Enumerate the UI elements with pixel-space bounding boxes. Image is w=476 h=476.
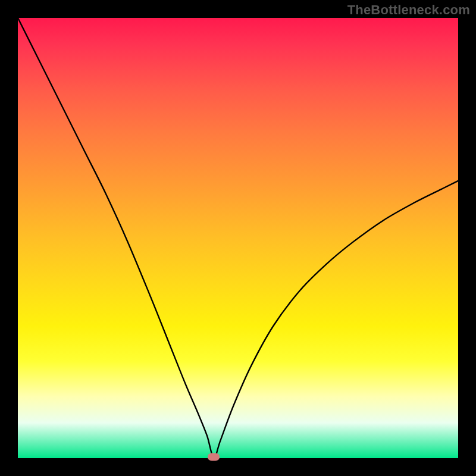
plot-area: [18, 18, 458, 458]
optimal-point-marker: [208, 453, 220, 461]
bottleneck-curve: [18, 18, 458, 458]
chart-frame: TheBottleneck.com: [0, 0, 476, 476]
curve-svg: [18, 18, 458, 458]
watermark-text: TheBottleneck.com: [347, 2, 470, 18]
